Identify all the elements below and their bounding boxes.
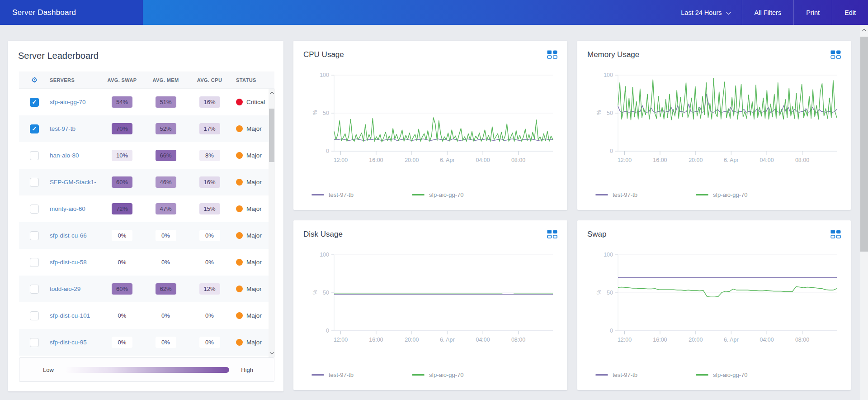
panel-title: Disk Usage (303, 230, 343, 239)
leaderboard-table: ⚙ SERVERS AVG. SWAP AVG. MEM AVG. CPU ST… (19, 71, 274, 357)
server-link[interactable]: todd-aio-29 (50, 286, 100, 292)
row-checkbox[interactable] (30, 285, 39, 294)
dashboard-content: Server Leaderboard ⚙ SERVERS AVG. SWAP A… (0, 25, 860, 400)
panel-title: Memory Usage (587, 50, 639, 59)
svg-text:50: 50 (607, 290, 613, 296)
status-dot (236, 125, 243, 132)
scrollbar-thumb[interactable] (860, 37, 868, 252)
column-header-status: STATUS (231, 77, 274, 83)
legend-swatch (595, 194, 608, 196)
server-link[interactable]: monty-aio-60 (50, 205, 100, 212)
legend-item[interactable]: test-97-tb (311, 371, 412, 378)
disk-usage-panel: Disk Usage 050100%12:0016:0020:006. Apr0… (293, 220, 567, 390)
server-link[interactable]: sfp-dist-cu-95 (50, 339, 100, 346)
topbar-menu: Last 24 Hours All Filters Print Edit (669, 0, 868, 25)
time-range-dropdown[interactable]: Last 24 Hours (669, 0, 741, 25)
legend-item[interactable]: sfp-aio-gg-70 (412, 371, 512, 378)
avg-cpu-badge: 15% (199, 203, 220, 214)
svg-text:20:00: 20:00 (689, 337, 703, 343)
grid-layout-icon[interactable] (830, 50, 841, 59)
avg-swap-badge: 0% (112, 310, 132, 321)
avg-cpu-badge: 0% (199, 257, 220, 268)
scroll-up-icon[interactable] (269, 92, 274, 96)
row-checkbox[interactable]: ✓ (30, 124, 39, 133)
scroll-down-icon[interactable] (269, 350, 274, 355)
grid-layout-icon[interactable] (547, 230, 557, 239)
server-link[interactable]: han-aio-80 (50, 152, 100, 159)
row-checkbox[interactable] (30, 338, 39, 347)
scrollbar-thumb[interactable] (269, 109, 274, 162)
row-checkbox[interactable] (30, 258, 39, 267)
top-navigation-bar: Server Dashboard Last 24 Hours All Filte… (0, 0, 868, 25)
legend-item[interactable]: test-97-tb (595, 371, 696, 378)
disk-usage-chart: 050100%12:0016:0020:006. Apr04:0008:00 (302, 248, 559, 352)
table-row: sfp-dist-cu-950%0%0%Major (19, 329, 274, 356)
status-dot (236, 259, 243, 266)
svg-text:16:00: 16:00 (653, 157, 667, 163)
chevron-down-icon (726, 9, 731, 14)
legend-item[interactable]: test-97-tb (311, 191, 412, 198)
avg-swap-badge: 60% (112, 176, 132, 188)
table-scrollbar[interactable] (269, 89, 275, 357)
avg-swap-badge: 70% (112, 123, 132, 134)
heatmap-legend: Low High (19, 357, 274, 382)
legend-swatch (696, 194, 708, 196)
legend-swatch (595, 374, 608, 376)
row-checkbox[interactable] (30, 205, 39, 214)
page-scrollbar[interactable] (860, 25, 868, 400)
row-checkbox[interactable] (30, 178, 39, 187)
settings-gear-icon[interactable]: ⚙ (19, 76, 50, 84)
print-button[interactable]: Print (794, 0, 832, 25)
svg-text:08:00: 08:00 (511, 337, 525, 343)
column-header-avg-mem: AVG. MEM (144, 77, 188, 83)
legend-label: sfp-aio-gg-70 (429, 191, 464, 198)
heatmap-gradient-bar (66, 367, 229, 373)
server-link[interactable]: sfp-dist-cu-66 (50, 232, 100, 239)
table-row: monty-aio-6072%47%15%Major (19, 195, 274, 222)
svg-text:12:00: 12:00 (618, 157, 632, 163)
server-link[interactable]: test-97-tb (50, 125, 100, 132)
grid-layout-icon[interactable] (547, 50, 557, 59)
legend-label: sfp-aio-gg-70 (429, 371, 464, 378)
edit-button[interactable]: Edit (832, 0, 868, 25)
svg-text:12:00: 12:00 (334, 337, 348, 343)
server-link[interactable]: sfp-dist-cu-58 (50, 259, 100, 266)
chart-legend: test-97-tbsfp-aio-gg-70 (311, 371, 512, 378)
server-link[interactable]: sfp-aio-gg-70 (50, 99, 100, 105)
row-checkbox[interactable] (30, 311, 39, 320)
status-dot (236, 286, 243, 292)
page-title: Server Dashboard (12, 8, 76, 17)
column-header-servers: SERVERS (50, 77, 100, 83)
svg-text:16:00: 16:00 (369, 337, 383, 343)
app-title-block: Server Dashboard (0, 0, 143, 25)
avg-swap-badge: 0% (112, 230, 132, 241)
all-filters-button[interactable]: All Filters (742, 0, 794, 25)
legend-item[interactable]: sfp-aio-gg-70 (696, 371, 796, 378)
server-link[interactable]: SFP-GM-Stack1- (50, 179, 100, 186)
legend-label: test-97-tb (613, 191, 637, 198)
svg-text:%: % (596, 290, 602, 295)
svg-text:04:00: 04:00 (476, 157, 490, 163)
status-label: Major (246, 205, 262, 212)
status-label: Major (246, 125, 262, 132)
row-checkbox[interactable] (30, 151, 39, 160)
svg-text:0: 0 (326, 328, 329, 334)
status-dot (236, 205, 243, 212)
table-row: ✓sfp-aio-gg-7054%51%16%Critical (19, 89, 274, 115)
status-label: Major (246, 312, 262, 319)
legend-item[interactable]: test-97-tb (595, 191, 696, 198)
row-checkbox[interactable]: ✓ (30, 98, 39, 107)
status-dot (236, 99, 243, 105)
legend-item[interactable]: sfp-aio-gg-70 (412, 191, 512, 198)
grid-layout-icon[interactable] (830, 230, 841, 239)
table-row: ✓test-97-tb70%52%17%Major (19, 115, 274, 142)
scroll-up-icon[interactable] (862, 29, 867, 33)
legend-item[interactable]: sfp-aio-gg-70 (696, 191, 796, 198)
avg-mem-badge: 47% (156, 203, 176, 214)
svg-text:6. Apr: 6. Apr (440, 337, 455, 343)
svg-text:12:00: 12:00 (334, 157, 348, 163)
status-dot (236, 232, 243, 239)
server-link[interactable]: sfp-dist-cu-101 (50, 312, 100, 319)
row-checkbox[interactable] (30, 231, 39, 240)
avg-swap-badge: 10% (112, 150, 132, 161)
